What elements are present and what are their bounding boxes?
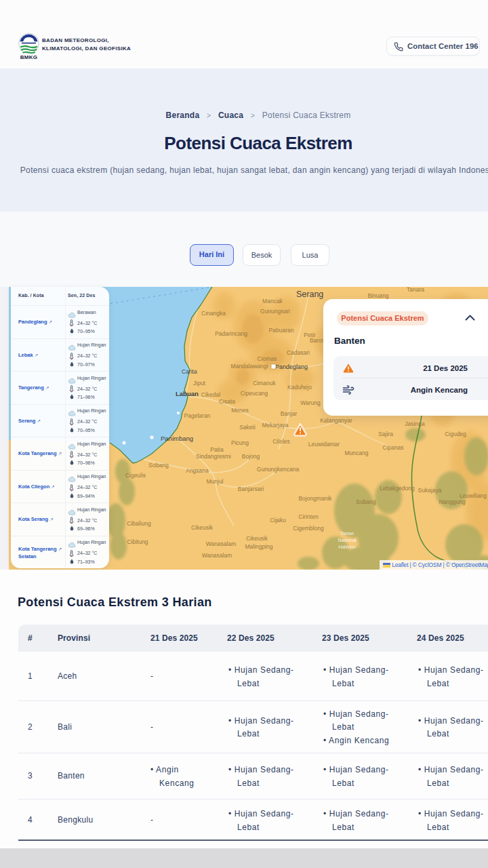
- svg-text:Banjar: Banjar: [281, 410, 298, 417]
- svg-text:Sobang: Sobang: [148, 462, 169, 469]
- svg-text:Ciomas: Ciomas: [258, 355, 277, 362]
- svg-text:Cikeusik: Cikeusik: [191, 524, 214, 531]
- svg-text:Saketi: Saketi: [239, 424, 256, 431]
- svg-text:Gunungsari: Gunungsari: [260, 308, 290, 315]
- svg-text:Warung: Warung: [300, 399, 321, 406]
- svg-text:Munjul: Munjul: [206, 478, 223, 485]
- svg-text:Sajira: Sajira: [378, 431, 393, 437]
- svg-text:Cikeusik: Cikeusik: [246, 535, 268, 542]
- svg-text:Kalanganyar: Kalanganyar: [320, 417, 352, 424]
- svg-text:Carita: Carita: [182, 368, 197, 375]
- svg-text:Jasinga: Jasinga: [405, 420, 425, 427]
- svg-text:Pagelaran: Pagelaran: [184, 412, 211, 419]
- svg-text:Kaduhejo: Kaduhejo: [287, 384, 312, 391]
- svg-text:Sukajaya: Sukajaya: [418, 487, 442, 494]
- svg-text:Sobang: Sobang: [356, 498, 376, 505]
- svg-text:Mancak: Mancak: [262, 298, 283, 304]
- svg-text:Banjarsari: Banjarsari: [238, 486, 264, 492]
- svg-text:Jiput: Jiput: [193, 380, 206, 387]
- svg-text:Halimun: Halimun: [338, 545, 356, 549]
- svg-text:Bojongmanik: Bojongmanik: [298, 495, 332, 502]
- svg-text:Panimbang: Panimbang: [161, 435, 193, 442]
- svg-text:Lebakgedong: Lebakgedong: [380, 485, 415, 492]
- svg-text:Taman: Taman: [340, 531, 354, 536]
- svg-text:Padarincang: Padarincang: [215, 330, 247, 337]
- svg-text:Pabuaran: Pabuaran: [269, 327, 294, 334]
- svg-text:Wanasalam: Wanasalam: [202, 552, 232, 559]
- svg-text:Wanasalam: Wanasalam: [206, 540, 237, 547]
- svg-text:Mandalawangi: Mandalawangi: [231, 363, 268, 370]
- svg-text:Gunungkencana: Gunungkencana: [257, 466, 300, 473]
- svg-text:Cibaliung: Cibaliung: [127, 520, 151, 527]
- svg-text:Labuan: Labuan: [176, 390, 199, 397]
- svg-text:Cikedal: Cikedal: [201, 391, 220, 398]
- svg-text:Leuwidamar: Leuwidamar: [308, 441, 340, 448]
- svg-text:Cibitung: Cibitung: [127, 538, 148, 545]
- svg-text:Mekarjaya: Mekarjaya: [262, 422, 288, 429]
- svg-text:Cipeucang: Cipeucang: [241, 390, 268, 397]
- svg-text:Cadasari: Cadasari: [287, 349, 310, 356]
- svg-text:Cigudeg: Cigudeg: [445, 431, 466, 437]
- svg-text:Cileles: Cileles: [272, 438, 290, 445]
- svg-text:Nanggung: Nanggung: [439, 498, 466, 505]
- svg-text:Cisata: Cisata: [219, 398, 235, 405]
- svg-text:Cirinten: Cirinten: [298, 513, 319, 520]
- svg-text:Cijaku: Cijaku: [270, 517, 286, 524]
- svg-text:Bojong: Bojong: [242, 453, 260, 460]
- svg-text:Picung: Picung: [231, 439, 249, 446]
- svg-text:BMKG: BMKG: [20, 54, 38, 60]
- svg-text:Malingping: Malingping: [245, 543, 272, 550]
- svg-text:Angsana: Angsana: [186, 467, 209, 474]
- svg-text:Menes: Menes: [231, 407, 249, 414]
- svg-text:Patia: Patia: [210, 446, 224, 453]
- svg-text:Cimanuk: Cimanuk: [253, 380, 276, 387]
- svg-text:Binuang: Binuang: [367, 292, 388, 299]
- svg-text:Serang: Serang: [296, 290, 323, 299]
- svg-text:Nasional: Nasional: [338, 538, 357, 542]
- svg-text:Cigemblong: Cigemblong: [293, 525, 324, 532]
- svg-text:Cipanas: Cipanas: [382, 444, 403, 451]
- svg-text:Tanara: Tanara: [407, 287, 424, 293]
- svg-text:Cigeulis: Cigeulis: [125, 472, 146, 479]
- svg-text:Cinangka: Cinangka: [201, 310, 226, 317]
- svg-text:Muncang: Muncang: [345, 450, 369, 456]
- svg-text:Baros: Baros: [310, 337, 325, 344]
- svg-text:Sindangresmi: Sindangresmi: [196, 453, 231, 460]
- svg-text:Pandeglang: Pandeglang: [275, 363, 308, 370]
